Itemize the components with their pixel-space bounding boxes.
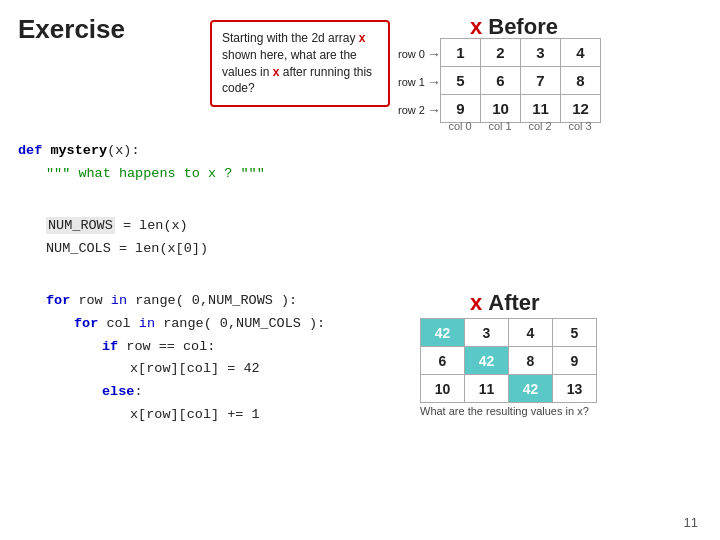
code-area: def mystery(x): """ what happens to x ? … [18, 140, 325, 427]
if-line: if row == col: [102, 336, 325, 359]
col-header-0: col 0 [440, 120, 480, 132]
before-cell-1-2: 7 [521, 67, 561, 95]
num-rows-line: NUM_ROWS = len(x) [46, 215, 325, 238]
before-cell-1-1: 6 [481, 67, 521, 95]
after-table: 423456428910114213 [420, 318, 597, 403]
before-cell-2-0: 9 [441, 95, 481, 123]
before-cell-2-1: 10 [481, 95, 521, 123]
page-number: 11 [684, 515, 698, 530]
before-cell-1-0: 5 [441, 67, 481, 95]
after-label: x After [470, 290, 540, 316]
def-line: def mystery(x): [18, 140, 325, 163]
else-line: else: [102, 381, 325, 404]
callout-x1: x [359, 31, 366, 45]
col-header-3: col 3 [560, 120, 600, 132]
before-cell-2-3: 12 [561, 95, 601, 123]
before-cell-2-2: 11 [521, 95, 561, 123]
inc-line: x[row][col] += 1 [130, 404, 325, 427]
for-row-line: for row in range( 0,NUM_ROWS ): [46, 290, 325, 313]
before-cell-0-2: 3 [521, 39, 561, 67]
blank-line [18, 192, 325, 215]
after-cell-2-2: 42 [509, 375, 553, 403]
after-cell-1-0: 6 [421, 347, 465, 375]
x-icon-before: x [470, 14, 482, 40]
after-cell-2-3: 13 [553, 375, 597, 403]
page-title: Exercise [18, 14, 125, 45]
col-headers: col 0col 1col 2col 3 [440, 120, 600, 132]
after-cell-1-3: 9 [553, 347, 597, 375]
result-question: What are the resulting values in x? [420, 405, 690, 417]
after-cell-1-1: 42 [465, 347, 509, 375]
assign-42-line: x[row][col] = 42 [130, 358, 325, 381]
callout-x2: x [273, 65, 280, 79]
before-cell-0-0: 1 [441, 39, 481, 67]
after-cell-0-2: 4 [509, 319, 553, 347]
x-icon-after: x [470, 290, 482, 316]
before-cell-0-1: 2 [481, 39, 521, 67]
num-cols-line: NUM_COLS = len(x[0]) [46, 238, 325, 261]
after-cell-0-0: 42 [421, 319, 465, 347]
before-label: x Before [470, 14, 558, 40]
row-label-2: row 2→ [398, 96, 445, 124]
before-cell-1-3: 8 [561, 67, 601, 95]
after-cell-1-2: 8 [509, 347, 553, 375]
row-labels: row 0→ row 1→ row 2→ [398, 40, 445, 124]
col-header-1: col 1 [480, 120, 520, 132]
callout-box: Starting with the 2d array x shown here,… [210, 20, 390, 107]
before-text: Before [488, 14, 558, 40]
blank-line-2 [18, 267, 325, 290]
col-header-2: col 2 [520, 120, 560, 132]
after-text: After [488, 290, 539, 316]
docstring-line: """ what happens to x ? """ [46, 163, 325, 186]
row-label-0: row 0→ [398, 40, 445, 68]
before-table: 123456789101112 [440, 38, 601, 123]
row-label-1: row 1→ [398, 68, 445, 96]
before-cell-0-3: 4 [561, 39, 601, 67]
after-cell-0-3: 5 [553, 319, 597, 347]
after-cell-2-0: 10 [421, 375, 465, 403]
after-cell-2-1: 11 [465, 375, 509, 403]
after-cell-0-1: 3 [465, 319, 509, 347]
for-col-line: for col in range( 0,NUM_COLS ): [74, 313, 325, 336]
